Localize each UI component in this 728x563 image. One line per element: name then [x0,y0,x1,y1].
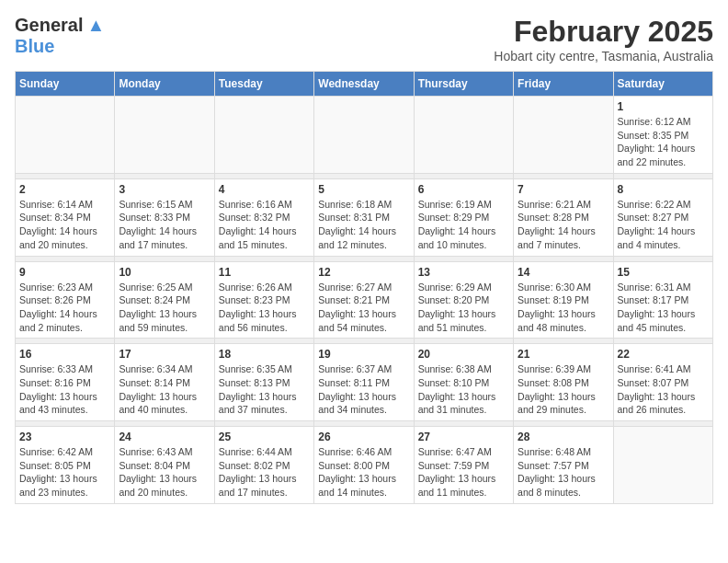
month-title: February 2025 [494,15,713,49]
day-info: Sunrise: 6:48 AM Sunset: 7:57 PM Dayligh… [518,445,609,500]
calendar-cell: 23Sunrise: 6:42 AM Sunset: 8:05 PM Dayli… [16,427,115,504]
day-info: Sunrise: 6:44 AM Sunset: 8:02 PM Dayligh… [219,445,310,500]
day-number: 8 [618,183,709,196]
logo: General ▲ Blue [15,15,105,57]
calendar-week-3: 9Sunrise: 6:23 AM Sunset: 8:26 PM Daylig… [16,261,713,339]
day-number: 19 [318,348,409,361]
day-info: Sunrise: 6:35 AM Sunset: 8:13 PM Dayligh… [219,362,310,417]
calendar-cell [514,97,613,174]
day-number: 22 [618,348,709,361]
day-info: Sunrise: 6:22 AM Sunset: 8:27 PM Dayligh… [618,198,709,252]
day-number: 3 [119,183,210,196]
day-info: Sunrise: 6:21 AM Sunset: 8:28 PM Dayligh… [518,198,609,252]
calendar-week-5: 23Sunrise: 6:42 AM Sunset: 8:05 PM Dayli… [16,427,713,504]
calendar-cell [613,427,712,504]
day-number: 7 [518,183,609,196]
day-info: Sunrise: 6:23 AM Sunset: 8:26 PM Dayligh… [19,281,110,335]
day-number: 27 [418,431,509,443]
header: General ▲ Blue February 2025 Hobart city… [15,15,713,63]
day-number: 20 [418,348,509,361]
calendar-cell: 14Sunrise: 6:30 AM Sunset: 8:19 PM Dayli… [514,261,613,339]
day-info: Sunrise: 6:31 AM Sunset: 8:17 PM Dayligh… [618,281,709,335]
day-info: Sunrise: 6:29 AM Sunset: 8:20 PM Dayligh… [418,281,509,335]
day-info: Sunrise: 6:38 AM Sunset: 8:10 PM Dayligh… [418,362,509,417]
calendar-week-2: 2Sunrise: 6:14 AM Sunset: 8:34 PM Daylig… [16,178,713,256]
day-info: Sunrise: 6:12 AM Sunset: 8:35 PM Dayligh… [618,115,709,169]
calendar-cell: 11Sunrise: 6:26 AM Sunset: 8:23 PM Dayli… [214,261,313,339]
location-title: Hobart city centre, Tasmania, Australia [494,49,713,63]
calendar-cell: 6Sunrise: 6:19 AM Sunset: 8:29 PM Daylig… [414,178,513,256]
calendar-cell: 21Sunrise: 6:39 AM Sunset: 8:08 PM Dayli… [514,344,613,421]
day-info: Sunrise: 6:43 AM Sunset: 8:04 PM Dayligh… [119,445,210,500]
title-area: February 2025 Hobart city centre, Tasman… [494,15,713,63]
calendar-cell: 8Sunrise: 6:22 AM Sunset: 8:27 PM Daylig… [613,178,712,256]
calendar-cell: 10Sunrise: 6:25 AM Sunset: 8:24 PM Dayli… [115,261,214,339]
day-info: Sunrise: 6:33 AM Sunset: 8:16 PM Dayligh… [19,362,110,417]
day-number: 10 [119,266,210,279]
calendar-cell: 13Sunrise: 6:29 AM Sunset: 8:20 PM Dayli… [414,261,513,339]
day-number: 12 [318,266,409,279]
day-number: 11 [219,266,310,279]
calendar-cell: 17Sunrise: 6:34 AM Sunset: 8:14 PM Dayli… [115,344,214,421]
day-number: 28 [518,431,609,443]
calendar-cell [214,97,313,174]
calendar-cell: 7Sunrise: 6:21 AM Sunset: 8:28 PM Daylig… [514,178,613,256]
logo-bird-icon: ▲ [86,15,105,36]
day-number: 24 [119,431,210,443]
day-header-tuesday: Tuesday [214,72,313,97]
day-number: 18 [219,348,310,361]
calendar-cell [16,97,115,174]
day-number: 1 [618,100,709,113]
day-info: Sunrise: 6:26 AM Sunset: 8:23 PM Dayligh… [219,281,310,335]
day-number: 6 [418,183,509,196]
day-info: Sunrise: 6:30 AM Sunset: 8:19 PM Dayligh… [518,281,609,335]
day-info: Sunrise: 6:14 AM Sunset: 8:34 PM Dayligh… [19,198,110,252]
calendar-cell: 9Sunrise: 6:23 AM Sunset: 8:26 PM Daylig… [16,261,115,339]
day-info: Sunrise: 6:34 AM Sunset: 8:14 PM Dayligh… [119,362,210,417]
logo-blue: Blue [15,36,54,56]
calendar-cell: 5Sunrise: 6:18 AM Sunset: 8:31 PM Daylig… [314,178,414,256]
day-header-saturday: Saturday [613,72,712,97]
day-header-friday: Friday [514,72,613,97]
calendar-cell: 25Sunrise: 6:44 AM Sunset: 8:02 PM Dayli… [214,427,313,504]
calendar-table: SundayMondayTuesdayWednesdayThursdayFrid… [15,71,713,504]
day-info: Sunrise: 6:37 AM Sunset: 8:11 PM Dayligh… [318,362,409,417]
calendar-cell: 22Sunrise: 6:41 AM Sunset: 8:07 PM Dayli… [613,344,712,421]
calendar-cell: 19Sunrise: 6:37 AM Sunset: 8:11 PM Dayli… [314,344,414,421]
day-number: 14 [518,266,609,279]
day-number: 9 [19,266,110,279]
calendar-cell: 27Sunrise: 6:47 AM Sunset: 7:59 PM Dayli… [414,427,513,504]
calendar-cell: 1Sunrise: 6:12 AM Sunset: 8:35 PM Daylig… [613,97,712,174]
day-number: 5 [318,183,409,196]
day-number: 17 [119,348,210,361]
calendar-cell [115,97,214,174]
calendar-cell: 3Sunrise: 6:15 AM Sunset: 8:33 PM Daylig… [115,178,214,256]
calendar-header-row: SundayMondayTuesdayWednesdayThursdayFrid… [16,72,713,97]
day-header-monday: Monday [115,72,214,97]
day-number: 16 [19,348,110,361]
calendar-cell [314,97,414,174]
day-info: Sunrise: 6:27 AM Sunset: 8:21 PM Dayligh… [318,281,409,335]
day-info: Sunrise: 6:46 AM Sunset: 8:00 PM Dayligh… [318,445,409,500]
calendar-cell: 26Sunrise: 6:46 AM Sunset: 8:00 PM Dayli… [314,427,414,504]
calendar-week-1: 1Sunrise: 6:12 AM Sunset: 8:35 PM Daylig… [16,97,713,174]
day-info: Sunrise: 6:47 AM Sunset: 7:59 PM Dayligh… [418,445,509,500]
day-number: 25 [219,431,310,443]
calendar-cell: 4Sunrise: 6:16 AM Sunset: 8:32 PM Daylig… [214,178,313,256]
day-info: Sunrise: 6:42 AM Sunset: 8:05 PM Dayligh… [19,445,110,500]
calendar-cell: 18Sunrise: 6:35 AM Sunset: 8:13 PM Dayli… [214,344,313,421]
day-info: Sunrise: 6:18 AM Sunset: 8:31 PM Dayligh… [318,198,409,252]
day-info: Sunrise: 6:19 AM Sunset: 8:29 PM Dayligh… [418,198,509,252]
day-info: Sunrise: 6:25 AM Sunset: 8:24 PM Dayligh… [119,281,210,335]
calendar-cell: 15Sunrise: 6:31 AM Sunset: 8:17 PM Dayli… [613,261,712,339]
day-number: 23 [19,431,110,443]
calendar-cell: 12Sunrise: 6:27 AM Sunset: 8:21 PM Dayli… [314,261,414,339]
calendar-cell: 2Sunrise: 6:14 AM Sunset: 8:34 PM Daylig… [16,178,115,256]
day-number: 15 [618,266,709,279]
day-info: Sunrise: 6:39 AM Sunset: 8:08 PM Dayligh… [518,362,609,417]
day-number: 21 [518,348,609,361]
calendar-cell: 28Sunrise: 6:48 AM Sunset: 7:57 PM Dayli… [514,427,613,504]
day-header-sunday: Sunday [16,72,115,97]
day-info: Sunrise: 6:15 AM Sunset: 8:33 PM Dayligh… [119,198,210,252]
day-info: Sunrise: 6:16 AM Sunset: 8:32 PM Dayligh… [219,198,310,252]
